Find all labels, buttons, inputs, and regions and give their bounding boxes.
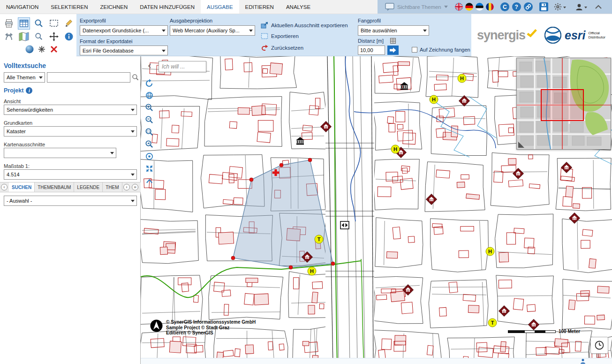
stop-marker[interactable]: H bbox=[458, 74, 466, 83]
settings-gear-button[interactable] bbox=[554, 3, 566, 11]
basemap-button[interactable] bbox=[18, 30, 30, 43]
stop-marker[interactable]: T bbox=[488, 318, 497, 327]
distance-input[interactable] bbox=[358, 46, 385, 55]
tab-themenbaum[interactable]: THEMENBAUM bbox=[35, 182, 74, 192]
copyright-icon[interactable]: C bbox=[500, 2, 509, 11]
museum-marker[interactable] bbox=[296, 137, 304, 145]
zoom-window-button[interactable] bbox=[144, 127, 155, 137]
museum-marker[interactable] bbox=[400, 82, 408, 90]
stop-marker[interactable]: H bbox=[308, 267, 316, 275]
menu-selektieren[interactable]: SELEKTIEREN bbox=[45, 0, 94, 14]
magnify-button[interactable] bbox=[33, 30, 45, 43]
visible-themes-dropdown[interactable]: Sichtbare Themen bbox=[397, 4, 448, 10]
menu-ausgabe[interactable]: AUSGABE bbox=[201, 0, 239, 14]
view-select[interactable]: Sehenswürdigkeiten bbox=[4, 105, 137, 115]
overview-map[interactable] bbox=[516, 58, 611, 150]
vertex-handle[interactable] bbox=[249, 178, 253, 182]
stop-marker[interactable]: H bbox=[391, 145, 400, 153]
save-icon[interactable] bbox=[539, 2, 548, 11]
recenter-button[interactable] bbox=[36, 43, 48, 55]
zoom-in-button[interactable] bbox=[144, 102, 155, 113]
menu-zeichnen[interactable]: ZEICHNEN bbox=[94, 0, 134, 14]
print-button[interactable] bbox=[3, 17, 15, 30]
tabs-prev-button[interactable]: ‹ bbox=[1, 184, 8, 190]
pan-button[interactable] bbox=[48, 30, 60, 43]
tab-suchen[interactable]: SUCHEN bbox=[9, 182, 35, 192]
search-button[interactable] bbox=[132, 74, 139, 81]
share-button[interactable] bbox=[3, 30, 15, 43]
tab-themen[interactable]: THEM bbox=[103, 182, 122, 192]
export-extent-action[interactable]: Aktuellen Ausschnitt exportieren bbox=[261, 22, 348, 29]
reset-action[interactable]: Zurücksetzen bbox=[261, 44, 303, 52]
clear-button[interactable] bbox=[48, 43, 60, 55]
attribute-table-button[interactable] bbox=[18, 17, 30, 30]
menu-editieren[interactable]: EDITIEREN bbox=[239, 0, 280, 14]
stop-marker[interactable]: H bbox=[486, 247, 494, 256]
search-icon bbox=[132, 74, 139, 81]
snap-to-drawing-checkbox[interactable] bbox=[412, 47, 417, 53]
help-icon[interactable]: ? bbox=[512, 2, 521, 11]
user-menu-button[interactable] bbox=[575, 3, 587, 11]
extents-select[interactable] bbox=[4, 148, 116, 158]
link-icon[interactable] bbox=[524, 2, 533, 11]
flag-uk-icon[interactable] bbox=[455, 3, 463, 11]
result-selection-select[interactable]: - Auswahl - bbox=[4, 196, 137, 206]
zoom-previous-button[interactable] bbox=[144, 139, 155, 150]
select-rectangle-button[interactable] bbox=[48, 17, 60, 30]
full-extent-button[interactable] bbox=[144, 163, 155, 174]
monument-marker[interactable] bbox=[569, 213, 580, 224]
flag-ro-icon[interactable] bbox=[486, 3, 494, 11]
refresh-button[interactable] bbox=[144, 78, 155, 89]
export-profile-select[interactable]: Datenexport Grundstücke (... bbox=[80, 25, 168, 36]
selection-polygon[interactable] bbox=[233, 160, 333, 267]
tab-legende[interactable]: LEGENDE bbox=[74, 182, 103, 192]
vertex-handle[interactable] bbox=[308, 158, 312, 162]
feedback-bubble-icon[interactable] bbox=[385, 3, 394, 11]
flag-de-icon[interactable] bbox=[465, 3, 473, 11]
menu-analyse[interactable]: ANALYSE bbox=[280, 0, 317, 14]
export-format-select[interactable]: Esri File Geodatabase bbox=[80, 46, 168, 55]
monument-marker[interactable] bbox=[499, 306, 510, 317]
ich-will-search-box[interactable]: Ich will ... bbox=[159, 61, 206, 72]
basemap-select[interactable]: Kataster bbox=[4, 126, 137, 136]
globe-button[interactable] bbox=[144, 90, 155, 101]
flag-ee-icon[interactable] bbox=[476, 3, 484, 11]
info-icon[interactable]: i bbox=[26, 87, 32, 94]
monument-marker[interactable] bbox=[529, 319, 539, 330]
default-tool-button[interactable] bbox=[144, 151, 155, 162]
monument-marker[interactable] bbox=[426, 194, 437, 205]
info-tool-button[interactable] bbox=[63, 30, 75, 43]
menu-navigation[interactable]: NAVIGATION bbox=[0, 0, 45, 14]
monument-marker[interactable] bbox=[513, 168, 524, 179]
export-action[interactable]: Exportieren bbox=[261, 33, 299, 39]
monument-marker[interactable] bbox=[561, 162, 572, 173]
vertex-handle[interactable] bbox=[280, 163, 283, 167]
snap-profile-select[interactable]: Bitte auswählen bbox=[358, 25, 429, 36]
globe-3d-button[interactable] bbox=[23, 43, 36, 55]
gate-marker[interactable] bbox=[340, 221, 349, 229]
menubar: NAVIGATION SELEKTIEREN ZEICHNEN DATEN HI… bbox=[0, 0, 612, 14]
projection-select[interactable]: Web Mercator (Auxiliary Sp... bbox=[170, 25, 255, 36]
vertex-handle[interactable] bbox=[231, 256, 235, 260]
vertex-handle[interactable] bbox=[331, 262, 335, 265]
grid-pick-icon[interactable] bbox=[390, 38, 396, 44]
menu-daten-hinzufuegen[interactable]: DATEN HINZUFÜGEN bbox=[134, 0, 201, 14]
stop-marker[interactable]: H bbox=[430, 95, 438, 104]
toolbar-collapse-button[interactable] bbox=[144, 175, 155, 186]
zoom-tool-button[interactable] bbox=[33, 17, 45, 30]
history-clock-button[interactable] bbox=[590, 337, 608, 354]
stop-marker[interactable]: T bbox=[315, 235, 323, 243]
tabs-next-button[interactable]: › bbox=[123, 184, 130, 190]
session-user-icon[interactable] bbox=[580, 358, 586, 364]
search-scope-select[interactable]: Alle Themen bbox=[4, 72, 45, 83]
map-area[interactable]: HHHHHTT ‹ Ich will ... bbox=[141, 56, 612, 364]
zoom-out-button[interactable] bbox=[144, 114, 155, 125]
vertex-handle[interactable] bbox=[289, 265, 293, 269]
fulltext-search-input[interactable] bbox=[47, 72, 130, 83]
apply-distance-button[interactable] bbox=[387, 46, 399, 55]
sidebar-collapse-button[interactable]: ‹ bbox=[145, 60, 154, 72]
collapse-ribbon-button[interactable] bbox=[595, 5, 602, 9]
measure-button[interactable] bbox=[63, 17, 75, 30]
tabs-last-button[interactable]: » bbox=[132, 184, 138, 190]
scale-select[interactable]: 4.514 bbox=[4, 169, 137, 180]
